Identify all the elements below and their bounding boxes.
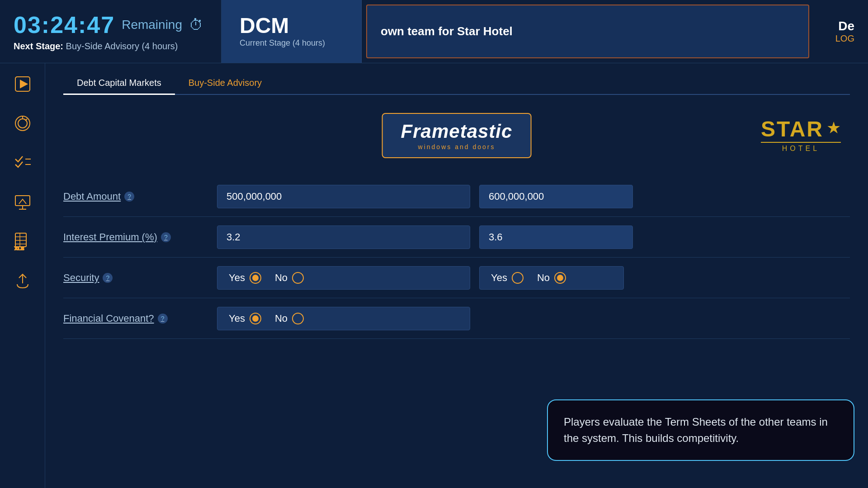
tab-bar: Debt Capital Markets Buy-Side Advisory	[63, 72, 850, 95]
timer-display: 03:24:47	[14, 11, 115, 38]
sidebar-presentation-icon[interactable]	[11, 190, 34, 214]
svg-line-5	[25, 119, 27, 121]
covenant-yes-radio[interactable]	[250, 313, 261, 324]
timer-icon: ⏱	[189, 17, 203, 33]
tooltip-popup: Players evaluate the Term Sheets of the …	[547, 399, 854, 461]
notification-banner: own team for Star Hotel	[366, 5, 809, 58]
frametastic-logo: Frametastic windows and doors	[382, 113, 532, 158]
security-yes-option[interactable]: Yes	[229, 272, 261, 284]
star-hotel-logo: STAR ★ HOTEL	[761, 118, 841, 153]
interest-premium-label: Interest Premium (%) ?	[63, 231, 217, 243]
security-sec-no-radio[interactable]	[554, 272, 566, 284]
debt-amount-secondary-input[interactable]	[479, 185, 633, 208]
sidebar: XLS	[0, 63, 45, 488]
security-radio-group: Yes No	[217, 266, 470, 290]
security-sec-no-option[interactable]: No	[537, 272, 566, 284]
star-hotel-star: ★	[826, 118, 841, 137]
header-right: De LOG	[814, 0, 868, 63]
debt-amount-input[interactable]	[217, 185, 470, 208]
next-stage-info: Next Stage: Buy-Side Advisory (4 hours)	[14, 41, 208, 52]
svg-rect-11	[15, 233, 26, 247]
security-label: Security ?	[63, 272, 217, 284]
debt-amount-hint-icon[interactable]: ?	[124, 192, 134, 202]
security-no-radio[interactable]	[292, 272, 304, 284]
dcm-section: DCM Current Stage (4 hours)	[222, 0, 362, 63]
timer-label: Remaining	[122, 18, 182, 32]
sidebar-checklist-icon[interactable]	[11, 151, 34, 174]
interest-premium-inputs	[217, 225, 850, 249]
security-sec-yes-radio[interactable]	[512, 272, 524, 284]
sidebar-target-icon[interactable]	[11, 112, 34, 135]
dcm-subtitle: Current Stage (4 hours)	[240, 38, 343, 48]
financial-covenant-radio-group: Yes No	[217, 307, 470, 330]
security-no-option[interactable]: No	[275, 272, 304, 284]
next-stage-label: Next Stage:	[14, 41, 63, 51]
security-row: Security ? Yes No Yes	[63, 258, 850, 298]
financial-covenant-row: Financial Covenant? ? Yes No	[63, 298, 850, 339]
sidebar-play-icon[interactable]	[11, 72, 34, 96]
header-de-label: De	[838, 19, 854, 33]
form: Debt Amount ? Interest Premium (%) ? Sec…	[63, 176, 850, 339]
financial-covenant-hint-icon[interactable]: ?	[158, 314, 168, 324]
covenant-no-radio[interactable]	[292, 313, 304, 324]
header-log-button[interactable]: LOG	[835, 33, 854, 44]
notification-text: own team for Star Hotel	[381, 24, 513, 38]
logos-area: Frametastic windows and doors STAR ★ HOT…	[63, 108, 850, 163]
tab-debt-capital-markets[interactable]: Debt Capital Markets	[63, 72, 175, 95]
security-inputs: Yes No Yes No	[217, 266, 850, 290]
interest-premium-secondary-input[interactable]	[479, 225, 633, 249]
svg-marker-1	[20, 80, 27, 88]
financial-covenant-label: Financial Covenant? ?	[63, 313, 217, 324]
header: 03:24:47 Remaining ⏱ Next Stage: Buy-Sid…	[0, 0, 868, 63]
interest-premium-row: Interest Premium (%) ?	[63, 217, 850, 258]
security-sec-yes-option[interactable]: Yes	[491, 272, 524, 284]
security-hint-icon[interactable]: ?	[103, 273, 113, 283]
main-content: Debt Capital Markets Buy-Side Advisory F…	[45, 63, 868, 488]
next-stage-value: Buy-Side Advisory (4 hours)	[66, 41, 178, 51]
sidebar-xls-icon[interactable]: XLS	[11, 230, 34, 253]
tooltip-text: Players evaluate the Term Sheets of the …	[564, 414, 838, 446]
interest-premium-hint-icon[interactable]: ?	[161, 232, 171, 242]
star-hotel-name: STAR	[761, 118, 824, 140]
frametastic-title: Frametastic	[401, 121, 513, 142]
svg-rect-8	[15, 196, 30, 206]
star-hotel-subtitle: HOTEL	[761, 145, 841, 153]
interest-premium-input[interactable]	[217, 225, 470, 249]
covenant-yes-option[interactable]: Yes	[229, 313, 261, 324]
debt-amount-label: Debt Amount ?	[63, 191, 217, 202]
svg-text:XLS: XLS	[14, 246, 24, 250]
sidebar-upload-icon[interactable]	[11, 269, 34, 292]
debt-amount-row: Debt Amount ?	[63, 176, 850, 217]
timer-section: 03:24:47 Remaining ⏱ Next Stage: Buy-Sid…	[0, 0, 222, 63]
dcm-title: DCM	[240, 15, 343, 37]
tab-buy-side-advisory[interactable]: Buy-Side Advisory	[175, 72, 275, 95]
frametastic-subtitle: windows and doors	[401, 143, 513, 150]
security-yes-radio[interactable]	[250, 272, 261, 284]
debt-amount-inputs	[217, 185, 850, 208]
financial-covenant-inputs: Yes No	[217, 307, 850, 330]
covenant-no-option[interactable]: No	[275, 313, 304, 324]
security-secondary-radio-group: Yes No	[479, 266, 624, 290]
